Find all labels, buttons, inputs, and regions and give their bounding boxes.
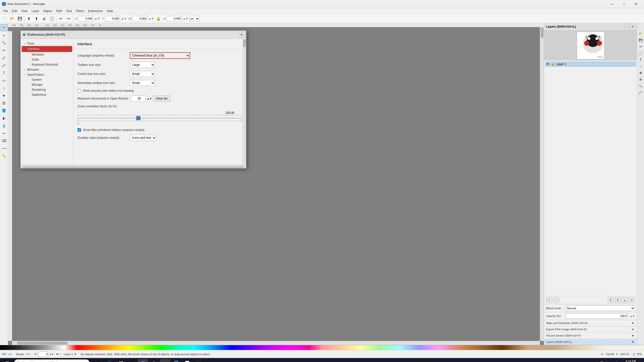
tree-spellcheck[interactable]: Spellcheck	[22, 92, 72, 97]
preferences-dialog: ⚙ Preferences (Shift+Ctrl+P) ✕ + Tools −…	[20, 30, 247, 169]
io-expand-icon: +	[23, 73, 26, 76]
control-bar-label: Control bar icon size:	[77, 72, 128, 76]
zoom-factor-label: Zoom correction factor (in %):	[77, 105, 128, 108]
dialog-title-text: Preferences (Shift+Ctrl+P)	[27, 33, 237, 36]
windows-label: Windows	[32, 53, 44, 56]
language-select[interactable]: Chinese/China (zh_CN) English German Fre…	[130, 52, 190, 59]
toolbox-icon-select[interactable]: Large Small Normal	[130, 62, 155, 68]
system-label: System	[32, 78, 42, 81]
bitmaps-label: Bitmaps	[32, 83, 43, 86]
behavior-expand-icon: +	[23, 68, 26, 71]
language-row: Language (requires restart): Chinese/Chi…	[77, 52, 242, 59]
tree-grids[interactable]: Grids	[22, 57, 72, 62]
show-filter-checkbox[interactable]	[77, 128, 81, 132]
tools-label: Tools	[27, 42, 34, 45]
secondary-toolbar-select[interactable]: Small Large Normal	[130, 80, 155, 86]
dialog-icon: ⚙	[23, 33, 26, 37]
dialog-overlay: ⚙ Preferences (Shift+Ctrl+P) ✕ + Tools −…	[0, 0, 644, 362]
toolbox-icon-row: Toolbox icon size: Large Small Normal	[77, 62, 242, 68]
preferences-content: Interface Language (requires restart): C…	[73, 39, 246, 165]
behavior-label: Behavior	[27, 68, 39, 71]
zoom-value-display: 100.00	[225, 111, 234, 115]
dialog-bottom-scrollbar[interactable]	[21, 165, 246, 168]
zoom-track	[78, 118, 242, 118]
secondary-toolbar-label: Secondary toolbar icon size:	[77, 81, 128, 85]
max-docs-spinner[interactable]: ▲▼	[147, 97, 152, 100]
tree-keyboard[interactable]: Keyboard Shortcuts	[22, 62, 72, 67]
keyboard-label: Keyboard Shortcuts	[32, 63, 58, 66]
io-label: Input/Output	[27, 73, 44, 76]
language-label: Language (requires restart):	[77, 54, 128, 57]
tree-rendering[interactable]: Rendering	[22, 87, 72, 92]
preferences-tree: + Tools − Interface Windows Grids K	[21, 39, 73, 165]
workaround-row: Work-around color sliders not drawing	[77, 89, 242, 93]
secondary-toolbar-row: Secondary toolbar icon size: Small Large…	[77, 80, 242, 86]
tree-behavior[interactable]: + Behavior	[22, 67, 72, 72]
tree-system[interactable]: System	[22, 77, 72, 82]
tree-input-output[interactable]: + Input/Output	[22, 72, 72, 77]
zoom-label-row: Zoom correction factor (in %):	[77, 105, 242, 108]
spellcheck-label: Spellcheck	[32, 93, 46, 97]
toolbox-icon-label: Toolbox icon size:	[77, 63, 128, 67]
content-title: Interface	[77, 42, 242, 48]
dialog-title-bar: ⚙ Preferences (Shift+Ctrl+P) ✕	[21, 31, 246, 39]
tools-expand-icon: +	[23, 42, 26, 45]
zoom-factor-container: Zoom correction factor (in %): 100.00 |	[77, 105, 242, 125]
workaround-label: Work-around color sliders not drawing	[83, 89, 134, 93]
max-docs-row: Maximum documents in Open Recent: ▲▼ Cle…	[77, 96, 242, 102]
show-filter-label: Show filter primitives infobox (requires…	[83, 128, 144, 132]
interface-expand-icon: −	[24, 48, 27, 51]
tree-tools[interactable]: + Tools	[22, 41, 72, 46]
dockbar-label: Dockbar style (requires restart):	[77, 136, 128, 140]
dockbar-row: Dockbar style (requires restart): Icons …	[77, 135, 242, 141]
max-docs-input[interactable]	[131, 96, 146, 102]
interface-label: Interface	[28, 47, 39, 51]
rendering-label: Rendering	[32, 88, 46, 92]
zoom-slider[interactable]: | | | | | | | |	[77, 115, 242, 121]
tree-windows[interactable]: Windows	[22, 52, 72, 57]
workaround-checkbox[interactable]	[77, 89, 81, 93]
control-bar-select[interactable]: Small Large Normal	[130, 71, 155, 77]
dialog-body: + Tools − Interface Windows Grids K	[21, 39, 246, 165]
dialog-close-button[interactable]: ✕	[239, 32, 244, 37]
zoom-slider-container: | | | | | | | |	[77, 115, 242, 121]
tree-interface[interactable]: − Interface	[22, 46, 72, 52]
grids-label: Grids	[32, 58, 39, 61]
dialog-scrollbar[interactable]	[243, 39, 246, 165]
tree-bitmaps[interactable]: Bitmaps	[22, 82, 72, 87]
clear-list-button[interactable]: Clear list	[153, 96, 170, 102]
control-bar-row: Control bar icon size: Small Large Norma…	[77, 71, 242, 77]
scroll-track	[23, 166, 244, 168]
zoom-min-label: 0	[77, 122, 79, 125]
dockbar-select[interactable]: Icons and text Icons only Text only	[130, 135, 156, 141]
show-filter-row: Show filter primitives infobox (requires…	[77, 128, 242, 132]
max-docs-label: Maximum documents in Open Recent:	[77, 97, 129, 100]
